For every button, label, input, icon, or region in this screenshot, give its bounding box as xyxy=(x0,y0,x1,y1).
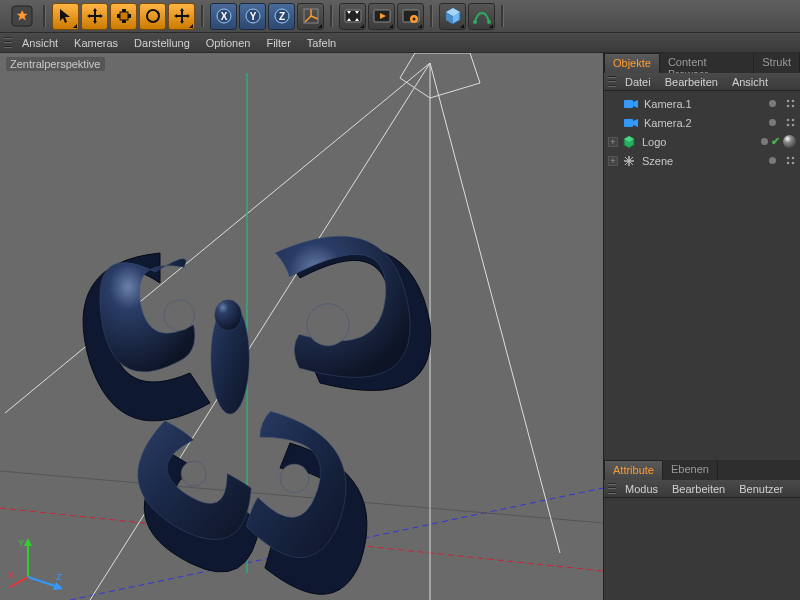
render-settings-button[interactable] xyxy=(397,3,424,30)
svg-marker-54 xyxy=(633,119,638,127)
add-spline-button[interactable] xyxy=(468,3,495,30)
svg-point-36 xyxy=(307,304,349,346)
svg-point-58 xyxy=(792,123,795,126)
scale-tool[interactable] xyxy=(110,3,137,30)
coord-system-button[interactable] xyxy=(297,3,324,30)
object-row-logo[interactable]: + Logo ✔ xyxy=(604,132,800,151)
svg-point-57 xyxy=(787,123,790,126)
object-row-kamera2[interactable]: Kamera.2 xyxy=(604,113,800,132)
attribute-body[interactable] xyxy=(604,498,800,600)
view-menu-optionen[interactable]: Optionen xyxy=(200,35,257,51)
svg-rect-53 xyxy=(624,119,633,127)
svg-text:Y: Y xyxy=(18,538,24,548)
camera-icon xyxy=(623,97,639,111)
grip-handle-icon[interactable] xyxy=(608,75,616,89)
tab-struktur[interactable]: Strukt xyxy=(754,53,800,73)
view-menu-kameras[interactable]: Kameras xyxy=(68,35,124,51)
svg-rect-3 xyxy=(120,12,128,20)
main-area: Zentralperspektive xyxy=(0,53,800,600)
render-view-button[interactable] xyxy=(339,3,366,30)
rotate-tool[interactable] xyxy=(139,3,166,30)
svg-rect-47 xyxy=(624,100,633,108)
svg-point-35 xyxy=(164,300,195,331)
layer-dots-icon[interactable] xyxy=(786,156,796,166)
svg-rect-12 xyxy=(345,10,361,22)
viewport-menubar: Ansicht Kameras Darstellung Optionen Fil… xyxy=(0,33,800,53)
svg-point-49 xyxy=(787,99,790,102)
svg-text:Z: Z xyxy=(56,572,62,582)
svg-point-34 xyxy=(215,300,242,331)
svg-point-63 xyxy=(787,156,790,159)
main-toolbar: X Y Z xyxy=(0,0,800,33)
view-menu-darstellung[interactable]: Darstellung xyxy=(128,35,196,51)
svg-marker-43 xyxy=(53,582,63,590)
tab-objekte[interactable]: Objekte xyxy=(604,53,660,73)
view-menu-filter[interactable]: Filter xyxy=(260,35,296,51)
svg-marker-48 xyxy=(633,100,638,108)
z-axis-toggle[interactable]: Z xyxy=(268,3,295,30)
object-row-kamera1[interactable]: Kamera.1 xyxy=(604,94,800,113)
separator xyxy=(328,0,335,32)
svg-point-51 xyxy=(787,104,790,107)
edit-mode-icon[interactable] xyxy=(4,3,39,30)
object-tree[interactable]: Kamera.1 Kamera.2 + Logo ✔ + Szene xyxy=(604,91,800,173)
tab-ebenen[interactable]: Ebenen xyxy=(663,460,718,480)
om-menu-bearbeiten[interactable]: Bearbeiten xyxy=(660,75,723,89)
expand-toggle[interactable]: + xyxy=(608,156,618,166)
view-menu-tafeln[interactable]: Tafeln xyxy=(301,35,342,51)
svg-text:Y: Y xyxy=(249,11,256,22)
add-primitive-button[interactable] xyxy=(439,3,466,30)
separator xyxy=(199,0,206,32)
layer-dots-icon[interactable] xyxy=(786,118,796,128)
grip-handle-icon[interactable] xyxy=(608,482,616,496)
am-menu-modus[interactable]: Modus xyxy=(620,482,663,496)
separator xyxy=(41,0,48,32)
svg-line-42 xyxy=(28,577,58,587)
live-select-tool[interactable] xyxy=(52,3,79,30)
svg-point-22 xyxy=(473,20,477,24)
am-menu-benutzer[interactable]: Benutzer xyxy=(734,482,788,496)
tool-group-select xyxy=(50,0,197,32)
move-tool[interactable] xyxy=(81,3,108,30)
cube-icon xyxy=(621,135,637,149)
y-axis-toggle[interactable]: Y xyxy=(239,3,266,30)
om-menu-datei[interactable]: Datei xyxy=(620,75,656,89)
view-menu-ansicht[interactable]: Ansicht xyxy=(16,35,64,51)
x-axis-toggle[interactable]: X xyxy=(210,3,237,30)
separator xyxy=(428,0,435,32)
viewport-3d[interactable]: Zentralperspektive xyxy=(0,53,603,600)
camera-icon xyxy=(623,116,639,130)
svg-point-56 xyxy=(792,118,795,121)
svg-point-66 xyxy=(792,161,795,164)
expand-toggle[interactable]: + xyxy=(608,137,618,147)
object-row-szene[interactable]: + Szene xyxy=(604,151,800,170)
svg-point-21 xyxy=(412,18,415,21)
grip-handle-icon[interactable] xyxy=(4,36,12,50)
svg-point-37 xyxy=(181,461,206,486)
axis-gizmo[interactable]: Y Z X xyxy=(8,532,68,592)
check-icon[interactable]: ✔ xyxy=(771,135,780,148)
object-manager-tabs: Objekte Content Browser Strukt xyxy=(604,53,800,73)
svg-text:X: X xyxy=(8,570,14,580)
om-menu-ansicht[interactable]: Ansicht xyxy=(727,75,773,89)
attribute-tabs: Attribute Ebenen xyxy=(604,460,800,480)
tab-content-browser[interactable]: Content Browser xyxy=(660,53,754,73)
material-ball-icon[interactable] xyxy=(783,135,796,148)
svg-text:X: X xyxy=(220,11,227,22)
svg-marker-40 xyxy=(24,538,32,546)
attribute-manager: Attribute Ebenen Modus Bearbeiten Benutz… xyxy=(604,460,800,600)
am-menu-bearbeiten[interactable]: Bearbeiten xyxy=(667,482,730,496)
layer-dots-icon[interactable] xyxy=(786,99,796,109)
render-pv-button[interactable] xyxy=(368,3,395,30)
last-tool[interactable] xyxy=(168,3,195,30)
svg-point-38 xyxy=(280,464,309,493)
svg-point-52 xyxy=(792,104,795,107)
tab-attribute[interactable]: Attribute xyxy=(604,460,663,480)
svg-point-4 xyxy=(147,10,159,22)
svg-point-65 xyxy=(787,161,790,164)
svg-text:Z: Z xyxy=(278,11,284,22)
separator xyxy=(499,0,506,32)
null-icon xyxy=(621,154,637,168)
svg-point-55 xyxy=(787,118,790,121)
right-panel: Objekte Content Browser Strukt Datei Bea… xyxy=(603,53,800,600)
